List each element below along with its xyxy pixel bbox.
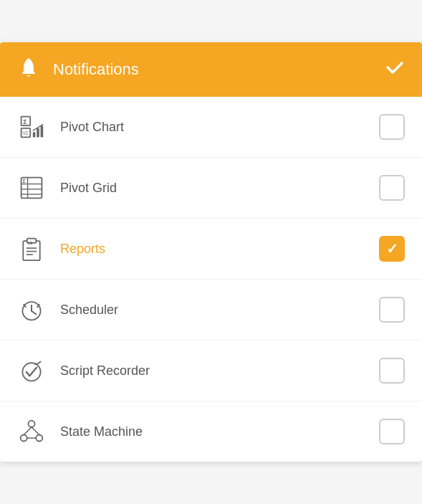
svg-text:Σ: Σ (23, 118, 27, 125)
item-left: State Machine (17, 417, 143, 446)
scheduler-label: Scheduler (60, 303, 118, 318)
svg-point-29 (21, 435, 27, 442)
svg-text:V2: V2 (22, 130, 28, 135)
bell-icon (17, 56, 40, 84)
items-list-wrapper: Σ V2 Pivot Chart (0, 97, 422, 462)
header: Notifications (0, 42, 422, 97)
svg-rect-4 (37, 128, 39, 138)
scheduler-checkbox[interactable] (379, 297, 405, 323)
header-title: Notifications (53, 60, 139, 79)
script-recorder-icon (17, 356, 46, 385)
reports-checkbox[interactable] (379, 236, 405, 262)
svg-line-31 (24, 427, 32, 435)
list-item: State Machine (0, 401, 422, 462)
notifications-panel: Notifications Σ (0, 42, 422, 462)
item-left: V2 Reports (17, 234, 105, 263)
list-item: Σ Pivot Grid (0, 158, 422, 219)
item-left: Σ Pivot Grid (17, 173, 117, 202)
scheduler-icon (17, 295, 46, 324)
svg-rect-3 (33, 132, 36, 137)
list-item: Scheduler (0, 280, 422, 341)
pivot-grid-icon: Σ (17, 173, 46, 202)
list-item: Σ V2 Pivot Chart (0, 97, 422, 158)
svg-line-32 (32, 427, 39, 435)
pivot-grid-label: Pivot Grid (60, 181, 117, 196)
list-item: V2 Reports (0, 219, 422, 280)
state-machine-icon (17, 417, 46, 446)
reports-icon: V2 (17, 234, 46, 263)
item-left: Scheduler (17, 295, 118, 324)
items-list: Σ V2 Pivot Chart (0, 97, 422, 462)
pivot-chart-icon: Σ V2 (17, 113, 46, 141)
svg-rect-5 (41, 125, 44, 137)
list-item: Script Recorder (0, 341, 422, 401)
reports-label: Reports (60, 242, 105, 257)
header-check-icon (385, 57, 405, 82)
svg-text:Σ: Σ (22, 178, 26, 184)
item-left: Σ V2 Pivot Chart (17, 113, 124, 141)
svg-line-26 (37, 361, 40, 364)
script-recorder-label: Script Recorder (60, 363, 150, 379)
svg-point-25 (22, 363, 40, 381)
state-machine-label: State Machine (60, 424, 143, 439)
pivot-chart-checkbox[interactable] (379, 114, 405, 140)
item-left: Script Recorder (17, 356, 150, 385)
svg-point-30 (36, 435, 42, 442)
svg-line-22 (32, 311, 36, 315)
svg-point-28 (29, 421, 35, 427)
pivot-chart-label: Pivot Chart (60, 120, 124, 135)
header-left: Notifications (17, 56, 139, 84)
svg-text:V2: V2 (28, 241, 33, 245)
script-recorder-checkbox[interactable] (379, 358, 405, 384)
pivot-grid-checkbox[interactable] (379, 175, 405, 201)
state-machine-checkbox[interactable] (379, 419, 405, 444)
